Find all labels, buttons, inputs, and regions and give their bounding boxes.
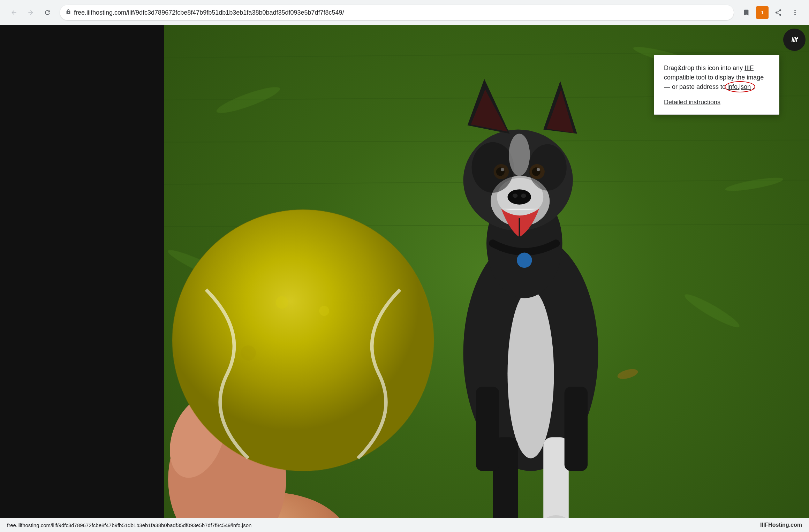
- browser-chrome: free.iiifhosting.com/iiif/9dfc3d789672fc…: [0, 0, 809, 25]
- svg-point-51: [319, 306, 329, 316]
- svg-point-16: [507, 290, 554, 458]
- svg-point-52: [241, 345, 256, 361]
- menu-button[interactable]: [788, 6, 802, 20]
- bookmark-button[interactable]: [739, 6, 753, 20]
- nav-buttons: [7, 6, 54, 20]
- detailed-instructions-link[interactable]: Detailed instructions: [664, 99, 769, 106]
- svg-point-42: [529, 144, 567, 191]
- svg-point-48: [172, 210, 434, 471]
- popup-card: Drag&drop this icon into any IIIF compat…: [654, 55, 779, 115]
- share-button[interactable]: [771, 6, 785, 20]
- svg-point-43: [509, 134, 530, 176]
- browser-actions: 1: [739, 6, 802, 20]
- svg-point-40: [517, 253, 532, 268]
- svg-rect-21: [476, 387, 499, 471]
- lock-icon: [66, 9, 71, 16]
- main-content: iiif Drag&drop this icon into any IIIF c…: [0, 25, 809, 518]
- status-bar: free.iiifhosting.com/iiif/9dfc3d789672fc…: [0, 518, 809, 532]
- forward-button[interactable]: [24, 6, 38, 20]
- image-container: iiif Drag&drop this icon into any IIIF c…: [164, 25, 809, 518]
- iiif-logo-text: iiif: [792, 36, 797, 44]
- reload-button[interactable]: [40, 6, 54, 20]
- url-text: free.iiifhosting.com/iiif/9dfc3d789672fc…: [74, 9, 728, 16]
- info-json-link[interactable]: info.json: [727, 83, 751, 90]
- svg-rect-22: [565, 387, 588, 471]
- svg-point-37: [507, 189, 531, 205]
- back-button[interactable]: [7, 6, 21, 20]
- svg-point-39: [521, 193, 526, 198]
- address-bar[interactable]: free.iiifhosting.com/iiif/9dfc3d789672fc…: [60, 5, 734, 20]
- popup-description: Drag&drop this icon into any IIIF compat…: [664, 63, 769, 92]
- iiif-link[interactable]: IIIF: [744, 64, 754, 71]
- info-json-circle: info.json: [727, 83, 753, 90]
- description-part1: Drag&drop this icon into any: [664, 64, 744, 71]
- svg-point-41: [472, 142, 514, 193]
- status-url: free.iiifhosting.com/iiif/9dfc3d789672fc…: [7, 522, 251, 528]
- svg-point-38: [513, 193, 518, 198]
- status-brand: IIIFHosting.com: [760, 522, 802, 528]
- svg-point-50: [275, 296, 288, 309]
- iiif-logo-button[interactable]: iiif: [783, 29, 806, 51]
- left-panel: [0, 25, 164, 518]
- extension-badge[interactable]: 1: [756, 6, 769, 19]
